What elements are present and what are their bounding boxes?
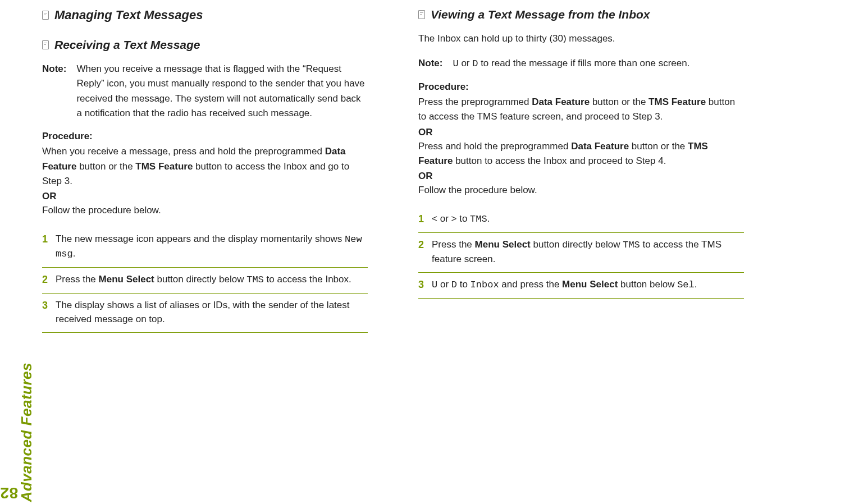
doc-icon xyxy=(42,11,49,20)
procedure-follow: Follow the procedure below. xyxy=(42,203,368,218)
side-tab-label: Advanced Features xyxy=(18,363,35,502)
left-column: Managing Text Messages Receiving a Text … xyxy=(42,6,368,498)
or-label: OR xyxy=(42,191,368,202)
note-label: Note: xyxy=(418,56,442,71)
step-text: < or > to TMS. xyxy=(432,212,490,227)
note-label: Note: xyxy=(42,62,66,121)
procedure-intro: When you receive a message, press and ho… xyxy=(42,144,368,189)
step-text: Press the Menu Select button directly be… xyxy=(432,237,744,267)
step-text: The display shows a list of aliases or I… xyxy=(56,298,368,327)
step-number: 1 xyxy=(42,232,48,262)
step-number: 3 xyxy=(42,298,48,327)
step-number: 3 xyxy=(418,277,424,292)
step-text: The new message icon appears and the dis… xyxy=(56,232,368,262)
side-tab: 82 Advanced Features xyxy=(0,358,28,504)
page-body: Managing Text Messages Receiving a Text … xyxy=(36,0,845,504)
or-label: OR xyxy=(418,171,744,182)
step-item: 2 Press the Menu Select button directly … xyxy=(42,268,368,294)
heading-receiving: Receiving a Text Message xyxy=(42,38,368,52)
step-item: 1 The new message icon appears and the d… xyxy=(42,227,368,268)
note-body: When you receive a message that is flagg… xyxy=(76,62,368,121)
note-block: Note: U or D to read the message if fill… xyxy=(418,56,744,71)
note-body: U or D to read the message if fills more… xyxy=(453,56,689,71)
doc-icon xyxy=(42,40,49,49)
heading-managing: Managing Text Messages xyxy=(42,8,368,22)
or-label: OR xyxy=(418,127,744,138)
step-text: U or D to Inbox and press the Menu Selec… xyxy=(432,277,697,292)
step-number: 2 xyxy=(42,272,48,287)
steps-list: 1 The new message icon appears and the d… xyxy=(42,227,368,333)
step-number: 2 xyxy=(418,237,424,267)
page-number: 82 xyxy=(0,484,18,502)
step-item: 2 Press the Menu Select button directly … xyxy=(418,233,744,273)
procedure-p1: Press the preprogrammed Data Feature but… xyxy=(418,95,744,125)
note-block: Note: When you receive a message that is… xyxy=(42,62,368,121)
step-item: 3 The display shows a list of aliases or… xyxy=(42,294,368,333)
procedure-p2: Press and hold the preprogrammed Data Fe… xyxy=(418,139,744,169)
procedure-label: Procedure: xyxy=(42,131,368,142)
heading-viewing: Viewing a Text Message from the Inbox xyxy=(418,8,744,21)
procedure-label: Procedure: xyxy=(418,81,744,93)
procedure-p3: Follow the procedure below. xyxy=(418,183,744,198)
doc-icon xyxy=(418,10,425,19)
step-number: 1 xyxy=(418,212,424,227)
heading-text: Viewing a Text Message from the Inbox xyxy=(431,8,650,21)
right-column: Viewing a Text Message from the Inbox Th… xyxy=(418,6,744,498)
intro-text: The Inbox can hold up to thirty (30) mes… xyxy=(418,31,744,46)
step-item: 3 U or D to Inbox and press the Menu Sel… xyxy=(418,273,744,299)
heading-text: Receiving a Text Message xyxy=(54,38,200,52)
heading-text: Managing Text Messages xyxy=(54,8,203,22)
step-text: Press the Menu Select button directly be… xyxy=(56,272,351,287)
steps-list: 1 < or > to TMS. 2 Press the Menu Select… xyxy=(418,207,744,299)
step-item: 1 < or > to TMS. xyxy=(418,207,744,233)
